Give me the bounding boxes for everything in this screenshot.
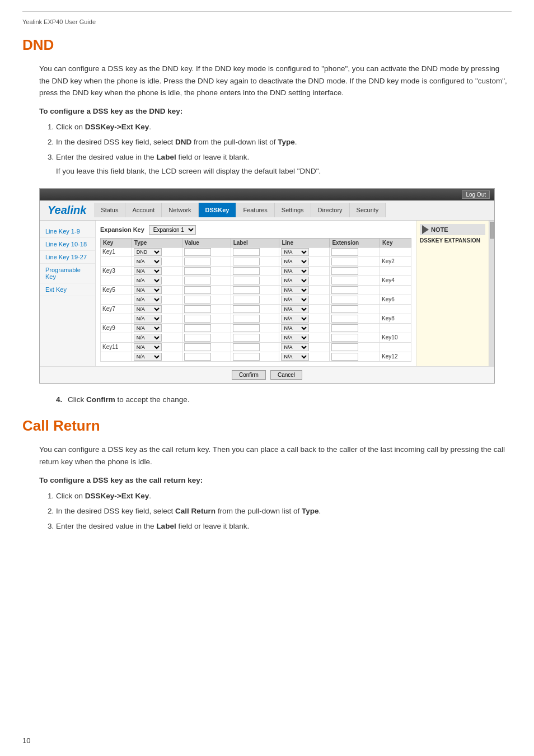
extension-input[interactable]: [331, 296, 358, 304]
extension-input[interactable]: [331, 248, 358, 256]
label-input[interactable]: [233, 248, 260, 256]
value-input[interactable]: [184, 315, 211, 323]
table-row: N/AN/AKey12: [101, 352, 411, 361]
line-select[interactable]: N/A: [281, 343, 309, 351]
type-select[interactable]: N/A: [134, 353, 162, 361]
type-select[interactable]: N/A: [134, 305, 162, 313]
cell-line: N/A: [279, 256, 330, 266]
sidebar-item-linekey19-27[interactable]: Line Key 19-27: [40, 251, 95, 264]
scroll-indicator[interactable]: [489, 221, 494, 366]
dss-tbody: Key1DNDN/AN/AN/AKey2Key3N/AN/AN/AN/AKey4…: [101, 247, 411, 361]
extension-input[interactable]: [331, 324, 358, 332]
cell-type: N/A: [132, 285, 182, 295]
label-input[interactable]: [233, 277, 260, 284]
nav-tab-features[interactable]: Features: [236, 203, 274, 217]
extension-input[interactable]: [331, 315, 358, 323]
nav-tab-network[interactable]: Network: [162, 203, 198, 217]
cell-type: N/A: [132, 295, 182, 304]
nav-tab-settings[interactable]: Settings: [275, 203, 311, 217]
label-input[interactable]: [233, 296, 260, 304]
sidebar-item-ext-key[interactable]: Ext Key: [40, 283, 95, 296]
value-input[interactable]: [184, 286, 211, 294]
line-select[interactable]: N/A: [281, 334, 309, 342]
type-select[interactable]: N/A: [134, 324, 162, 332]
cell-type: N/A: [132, 333, 182, 342]
label-input[interactable]: [233, 343, 260, 351]
nav-tab-directory[interactable]: Directory: [311, 203, 350, 217]
value-input[interactable]: [184, 334, 211, 342]
label-input[interactable]: [233, 267, 260, 275]
extension-input[interactable]: [331, 334, 358, 342]
type-select[interactable]: N/A: [134, 334, 162, 342]
extension-input[interactable]: [331, 353, 358, 361]
value-input[interactable]: [184, 305, 211, 313]
extension-input[interactable]: [331, 343, 358, 351]
sidebar-item-linekey1-9[interactable]: Line Key 1-9: [40, 225, 95, 238]
cell-value: [182, 295, 231, 304]
label-input[interactable]: [233, 305, 260, 313]
cell-key: Key9: [101, 323, 132, 333]
extension-input[interactable]: [331, 305, 358, 313]
label-input[interactable]: [233, 353, 260, 361]
line-select[interactable]: N/A: [281, 324, 309, 332]
label-input[interactable]: [233, 315, 260, 323]
th-key: Key: [101, 238, 132, 247]
line-select[interactable]: N/A: [281, 315, 309, 323]
cell-type: N/A: [132, 266, 182, 276]
value-input[interactable]: [184, 267, 211, 275]
type-select[interactable]: N/A: [134, 343, 162, 351]
table-row: Key3N/AN/A: [101, 266, 411, 276]
line-select[interactable]: N/A: [281, 258, 309, 265]
line-select[interactable]: N/A: [281, 267, 309, 275]
yealink-main: Expansion Key Expansion 1 Key Type Value…: [96, 221, 416, 366]
label-input[interactable]: [233, 324, 260, 332]
sidebar-item-linekey10-18[interactable]: Line Key 10-18: [40, 238, 95, 251]
line-select[interactable]: N/A: [281, 353, 309, 361]
type-select[interactable]: N/A: [134, 315, 162, 323]
value-input[interactable]: [184, 324, 211, 332]
line-select[interactable]: N/A: [281, 296, 309, 304]
value-input[interactable]: [184, 343, 211, 351]
confirm-button[interactable]: Confirm: [232, 370, 266, 380]
value-input[interactable]: [184, 353, 211, 361]
extension-input[interactable]: [331, 258, 358, 265]
value-input[interactable]: [184, 258, 211, 265]
label-input[interactable]: [233, 334, 260, 342]
cell-value: [182, 247, 231, 256]
type-select[interactable]: N/A: [134, 286, 162, 294]
cell-extension: [330, 342, 380, 352]
extension-input[interactable]: [331, 277, 358, 284]
line-select[interactable]: N/A: [281, 277, 309, 284]
nav-tab-security[interactable]: Security: [350, 203, 386, 217]
note-title: NOTE: [420, 224, 485, 235]
sidebar-item-programable-key[interactable]: Programable Key: [40, 264, 95, 283]
nav-tab-dsskey[interactable]: DSSKey: [199, 203, 237, 217]
step4-number: 4.: [56, 395, 62, 404]
value-input[interactable]: [184, 248, 211, 256]
type-select[interactable]: DND: [134, 248, 162, 256]
nav-tab-account[interactable]: Account: [125, 203, 162, 217]
type-select[interactable]: N/A: [134, 277, 162, 284]
call-return-steps: Click on DSSKey->Ext Key. In the desired…: [56, 490, 512, 533]
type-select[interactable]: N/A: [134, 258, 162, 265]
line-select[interactable]: N/A: [281, 305, 309, 313]
cell-key2: Key4: [380, 276, 411, 285]
value-input[interactable]: [184, 296, 211, 304]
cancel-button[interactable]: Cancel: [270, 370, 302, 380]
label-input[interactable]: [233, 286, 260, 294]
type-select[interactable]: N/A: [134, 296, 162, 304]
line-select[interactable]: N/A: [281, 248, 309, 256]
label-input[interactable]: [233, 258, 260, 265]
value-input[interactable]: [184, 277, 211, 284]
cell-key2: [380, 266, 411, 276]
nav-tab-status[interactable]: Status: [94, 203, 125, 217]
expansion-select[interactable]: Expansion 1: [149, 225, 196, 235]
cell-key2: Key12: [380, 352, 411, 361]
extension-input[interactable]: [331, 286, 358, 294]
logout-button[interactable]: Log Out: [462, 190, 490, 199]
type-select[interactable]: N/A: [134, 267, 162, 275]
line-select[interactable]: N/A: [281, 286, 309, 294]
extension-input[interactable]: [331, 267, 358, 275]
cell-key: Key3: [101, 266, 132, 276]
cell-type: N/A: [132, 304, 182, 314]
